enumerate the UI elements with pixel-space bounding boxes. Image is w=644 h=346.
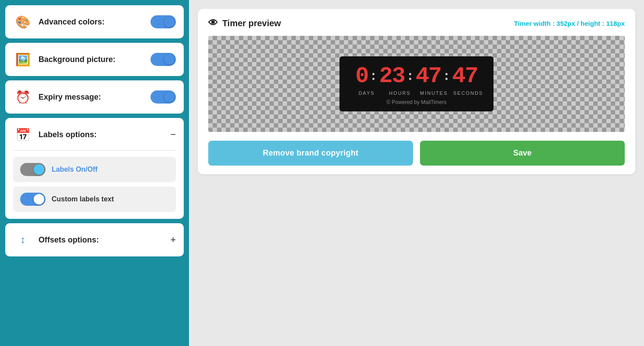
advanced-colors-toggle[interactable] bbox=[150, 15, 176, 28]
height-value: 118px bbox=[606, 20, 625, 27]
labels-onoff-label: Labels On/Off bbox=[52, 166, 98, 173]
timer-brand: © Powered by MailTimers bbox=[386, 99, 446, 105]
calendar-icon: 📅 bbox=[13, 125, 32, 144]
labels-collapse-icon[interactable]: − bbox=[170, 129, 176, 140]
separator-3 bbox=[443, 73, 450, 80]
clock-icon: ⏰ bbox=[13, 87, 32, 107]
offsets-options-label: Offsets options: bbox=[38, 235, 99, 245]
offsets-expand-icon[interactable]: + bbox=[170, 234, 176, 246]
preview-dimensions: Timer width : 352px / height : 118px bbox=[514, 20, 625, 27]
action-buttons: Remove brand copyright Save bbox=[208, 141, 625, 166]
timer-digits-row: 0 23 47 bbox=[355, 65, 477, 88]
width-value: 352px bbox=[556, 20, 575, 27]
labels-options-header: 📅 Labels options: − bbox=[13, 125, 176, 151]
dot-bottom-1 bbox=[372, 78, 374, 80]
width-label: Timer width : bbox=[514, 20, 555, 27]
advanced-colors-card: 🎨 Advanced colors: bbox=[5, 5, 184, 38]
labels-onoff-thumb bbox=[34, 164, 44, 175]
dot-top-1 bbox=[372, 73, 374, 75]
image-icon: 🖼️ bbox=[13, 50, 32, 69]
advanced-colors-left: 🎨 Advanced colors: bbox=[13, 12, 105, 31]
eye-icon: 👁 bbox=[208, 17, 218, 29]
sidebar: 🎨 Advanced colors: 🖼️ Background picture… bbox=[0, 0, 189, 346]
background-picture-thumb bbox=[164, 54, 175, 65]
expiry-message-left: ⏰ Expiry message: bbox=[13, 87, 101, 107]
offsets-options-card: ↕ Offsets options: + bbox=[5, 223, 184, 256]
custom-labels-label: Custom labels text bbox=[52, 195, 114, 203]
minutes-label: MINUTES bbox=[420, 90, 446, 96]
background-picture-label: Background picture: bbox=[38, 55, 116, 64]
main-content: 👁 Timer preview Timer width : 352px / he… bbox=[189, 0, 644, 346]
advanced-colors-label: Advanced colors: bbox=[38, 17, 105, 27]
background-picture-toggle[interactable] bbox=[150, 53, 176, 66]
timer-unit-labels: DAYS HOURS MINUTES SECONDS bbox=[350, 90, 483, 96]
labels-onoff-toggle[interactable] bbox=[20, 163, 46, 176]
days-label: DAYS bbox=[354, 90, 380, 96]
offsets-icon: ↕ bbox=[13, 230, 32, 249]
separator-1 bbox=[370, 73, 377, 80]
labels-options-label: Labels options: bbox=[38, 130, 97, 139]
expiry-message-label: Expiry message: bbox=[38, 93, 101, 102]
hours-label: HOURS bbox=[387, 90, 413, 96]
palette-icon: 🎨 bbox=[13, 12, 32, 31]
custom-labels-option: Custom labels text bbox=[13, 187, 176, 212]
offsets-options-left: ↕ Offsets options: bbox=[13, 230, 99, 249]
remove-brand-copyright-button[interactable]: Remove brand copyright bbox=[208, 141, 413, 166]
height-label: / height : bbox=[577, 20, 605, 27]
expiry-message-track bbox=[150, 90, 176, 104]
save-button[interactable]: Save bbox=[420, 141, 625, 166]
preview-header: 👁 Timer preview Timer width : 352px / he… bbox=[208, 17, 625, 29]
timer-seconds: 47 bbox=[452, 65, 477, 88]
expiry-message-toggle[interactable] bbox=[150, 90, 176, 104]
dot-top-2 bbox=[409, 73, 411, 75]
timer-hours: 23 bbox=[379, 65, 404, 88]
timer-minutes: 47 bbox=[416, 65, 441, 88]
preview-title: 👁 Timer preview bbox=[208, 17, 281, 29]
expiry-message-thumb bbox=[164, 92, 175, 102]
labels-options-card: 📅 Labels options: − Labels On/Off Custom… bbox=[5, 118, 184, 219]
dot-bottom-2 bbox=[409, 78, 411, 80]
timer-days: 0 bbox=[355, 65, 368, 88]
labels-onoff-option: Labels On/Off bbox=[13, 157, 176, 182]
timer-display: 0 23 47 bbox=[340, 56, 494, 111]
seconds-label: SECONDS bbox=[453, 90, 480, 96]
background-picture-left: 🖼️ Background picture: bbox=[13, 50, 116, 69]
dot-top-3 bbox=[445, 73, 448, 75]
preview-title-text: Timer preview bbox=[222, 18, 281, 28]
dot-bottom-3 bbox=[445, 78, 448, 80]
preview-card: 👁 Timer preview Timer width : 352px / he… bbox=[198, 9, 635, 174]
background-picture-track bbox=[150, 53, 176, 66]
timer-preview-area: 0 23 47 bbox=[208, 36, 625, 132]
custom-labels-toggle[interactable] bbox=[20, 193, 46, 206]
custom-labels-thumb bbox=[34, 194, 44, 204]
labels-options-header-left: 📅 Labels options: bbox=[13, 125, 97, 144]
expiry-message-card: ⏰ Expiry message: bbox=[5, 80, 184, 114]
background-picture-card: 🖼️ Background picture: bbox=[5, 43, 184, 76]
advanced-colors-thumb bbox=[164, 17, 175, 27]
separator-2 bbox=[406, 73, 414, 80]
advanced-colors-track bbox=[150, 15, 176, 28]
